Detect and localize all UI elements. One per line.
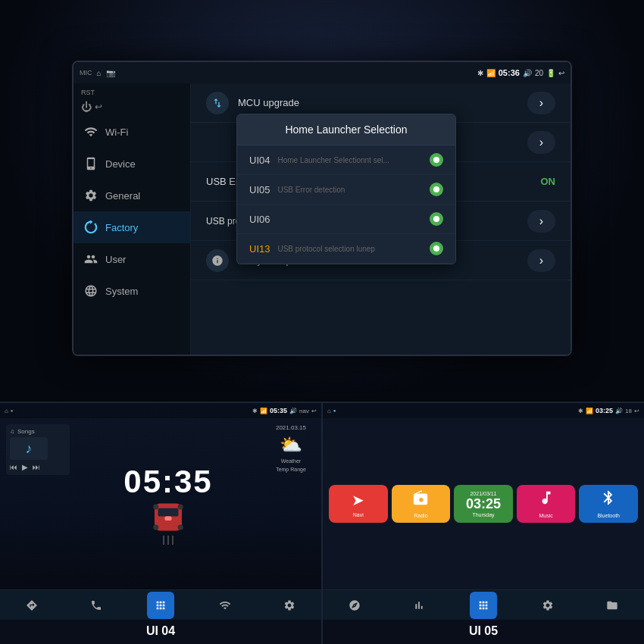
ui05-nav-bar-icon[interactable]	[405, 592, 433, 619]
ui05-nav-apps2-icon[interactable]	[341, 592, 368, 619]
ui05-bt-icon: ✱	[578, 408, 583, 414]
dialog-item-ui05[interactable]: UI05 USB Error detection	[237, 175, 455, 205]
battery-icon: 🔋	[546, 69, 555, 77]
head-unit: MIC ⌂ 📷 ✱ 📶 05:36 🔊 20 🔋 ↩ R	[72, 61, 572, 356]
svg-rect-6	[165, 516, 172, 520]
ui04-radio	[430, 153, 443, 167]
sidebar-item-user[interactable]: User	[73, 243, 190, 275]
songs-label: Songs	[17, 428, 35, 435]
mic-label: MIC	[80, 69, 92, 77]
ui05-label: UI 05	[323, 620, 644, 644]
nav-phone-icon[interactable]	[83, 592, 110, 619]
ui05-battery: 18	[625, 408, 632, 414]
ui05-vol-icon: 🔊	[615, 408, 623, 414]
ui04-right-panel: 2021.03.15 ⛅ Weather Temp Range	[261, 418, 321, 589]
ui04-home-icon: ⌂	[5, 408, 8, 414]
sidebar-item-device[interactable]: Device	[73, 148, 190, 180]
home-launcher-dialog: Home Launcher Selection UI04 Home Launch…	[236, 114, 456, 264]
music-thumb-icon: ♪	[26, 441, 33, 457]
dialog-item-ui04[interactable]: UI04 Home Launcher Selectionnt sel...	[237, 145, 455, 175]
svg-point-3	[178, 504, 183, 509]
row2-chevron-button[interactable]: ›	[527, 131, 555, 154]
next-icon[interactable]: ⏭	[33, 463, 40, 471]
temp-range-label: Temp Range	[276, 467, 306, 472]
ui06-label: UI06	[249, 214, 270, 225]
bluetooth-tile[interactable]: Bluetooth	[579, 485, 638, 523]
back-icon[interactable]: ↩	[558, 69, 564, 77]
ui04-wifi-icon: 📶	[260, 408, 267, 414]
radio-tile-label: Radio	[414, 513, 427, 518]
navi-tile-label: Navi	[353, 512, 364, 517]
ui05-time: 03:25	[596, 407, 613, 414]
navi-icon: ➤	[352, 491, 364, 509]
ui13-radio	[430, 242, 443, 255]
ui06-radio	[430, 212, 443, 226]
ui05-wifi-icon: 📶	[586, 408, 593, 414]
ui05-nav-home-icon[interactable]	[470, 592, 497, 619]
sidebar-item-system[interactable]: System	[73, 275, 190, 307]
mcu-chevron-button[interactable]: ›	[527, 92, 555, 114]
ui05-home-icon: ⌂	[327, 408, 331, 414]
user-icon	[83, 251, 99, 267]
ui05-preview: ⌂ ● ✱ 📶 03:25 🔊 18 ↩ ➤ Navi	[323, 402, 644, 644]
svg-point-4	[153, 524, 158, 530]
general-icon	[83, 187, 99, 204]
on-button[interactable]: ON	[541, 176, 556, 187]
ui05-nav-settings2-icon[interactable]	[534, 592, 561, 619]
ui05-nav-bar	[323, 589, 644, 620]
clock-tile-date: 2021/03/11	[466, 491, 501, 496]
road-lines	[163, 536, 174, 545]
mcu-label: MCU upgrade	[238, 97, 299, 108]
play-icon[interactable]: ▶	[22, 463, 28, 471]
bluetooth-status-icon: ✱	[477, 69, 483, 77]
ui05-tiles-grid: ➤ Navi Radio 2021/03/11 03	[323, 418, 644, 589]
music-tile[interactable]: Music	[517, 485, 576, 523]
wifi-icon	[83, 123, 99, 140]
wifi-status-icon: 📶	[486, 69, 496, 77]
ui04-screen: ⌂ ● ✱ 📶 05:35 🔊 nav ↩ ♫	[0, 403, 321, 620]
back-arrow-icon[interactable]: ↩	[95, 102, 102, 112]
dialog-item-ui13[interactable]: UI13 USB protocol selection lunep	[237, 234, 455, 264]
device-label: Device	[105, 158, 136, 170]
rst-label: RST	[73, 87, 190, 98]
wifi-label: Wi-Fi	[105, 127, 128, 138]
car-top-view	[138, 500, 199, 534]
bluetooth-tile-label: Bluetooth	[597, 513, 620, 518]
music-icon	[538, 489, 555, 510]
sidebar: RST ⏻ ↩ Wi-Fi	[73, 83, 191, 355]
nav-signal-icon[interactable]	[211, 592, 239, 619]
nav-apps-icon[interactable]	[147, 592, 174, 619]
ui04-label: UI 04	[0, 620, 321, 644]
sidebar-item-wifi[interactable]: Wi-Fi	[73, 116, 190, 148]
mcu-icon-circle	[206, 92, 229, 114]
nav-settings-icon[interactable]	[276, 592, 303, 619]
power-icon[interactable]: ⏻	[81, 101, 92, 113]
ui04-status-bar: ⌂ ● ✱ 📶 05:35 🔊 nav ↩	[0, 403, 321, 418]
ui05-dot-icon: ●	[333, 408, 336, 413]
ui04-battery: nav	[299, 408, 309, 414]
battery-level: 20	[535, 69, 543, 77]
ui04-main-content: ♫ Songs ♪ ⏮ ▶ ⏭	[0, 418, 321, 589]
weather-label: Weather	[281, 458, 301, 464]
usb-protocol-chevron-button[interactable]: ›	[527, 210, 555, 233]
sidebar-item-factory[interactable]: Factory	[73, 211, 190, 243]
ui13-item-left: UI13 USB protocol selection lunep	[249, 243, 375, 255]
general-label: General	[105, 190, 140, 202]
clock-tile[interactable]: 2021/03/11 03:25 Thursday	[454, 485, 513, 523]
bluetooth-icon	[600, 489, 617, 510]
ui05-nav-folder-icon[interactable]	[599, 592, 626, 619]
radio-tile[interactable]: Radio	[392, 485, 451, 523]
prev-icon[interactable]: ⏮	[10, 463, 17, 471]
nav-navigate-icon[interactable]	[18, 592, 45, 619]
ui05-sublabel: USB Error detection	[277, 186, 345, 194]
clock-tile-content: 2021/03/11 03:25 Thursday	[466, 491, 501, 517]
sidebar-item-general[interactable]: General	[73, 180, 190, 211]
camera-icon: 📷	[106, 69, 115, 77]
navi-tile[interactable]: ➤ Navi	[329, 485, 388, 523]
export-chevron-button[interactable]: ›	[527, 249, 555, 272]
volume-icon: 🔊	[523, 69, 532, 77]
bottom-section: ⌂ ● ✱ 📶 05:35 🔊 nav ↩ ♫	[0, 402, 644, 644]
music-note-icon: ♫	[10, 428, 14, 435]
ui04-sublabel: Home Launcher Selectionnt sel...	[277, 155, 389, 164]
dialog-item-ui06[interactable]: UI06	[237, 205, 455, 234]
